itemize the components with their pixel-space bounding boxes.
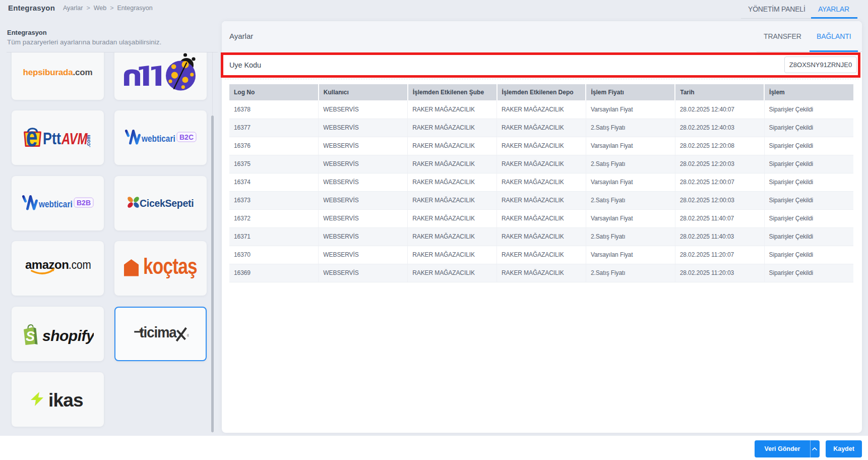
svg-text:e: e [26, 121, 37, 152]
svg-text:webticari: webticari [141, 134, 175, 143]
svg-text:ikas: ikas [48, 392, 83, 407]
svg-text:webticari: webticari [38, 199, 73, 209]
svg-text:AVM: AVM [61, 130, 88, 148]
svg-text:S: S [26, 329, 35, 344]
svg-text:amazon: amazon [25, 261, 69, 271]
svg-text:Ptt: Ptt [43, 129, 61, 147]
svg-text:shopify: shopify [42, 327, 94, 344]
svg-text:B2B: B2B [77, 199, 91, 207]
svg-text:koçtaş: koçtaş [143, 257, 197, 278]
svg-text:CicekSepeti: CicekSepeti [140, 197, 194, 208]
svg-text:.com: .com [85, 135, 91, 147]
svg-text:.com: .com [69, 261, 91, 271]
svg-text:B2C: B2C [179, 133, 194, 141]
svg-text:®: ® [187, 334, 189, 337]
svg-text:ticima: ticima [139, 325, 177, 340]
